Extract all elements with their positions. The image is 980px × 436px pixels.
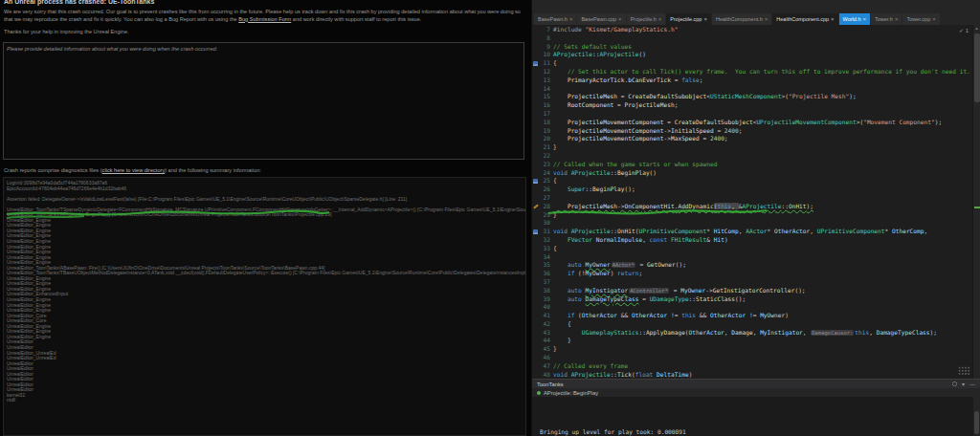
bookmark-icon[interactable]: [532, 228, 541, 236]
output-lines: Bringing up level for play took: 0.00089…: [540, 428, 970, 436]
code-text: void AProjectile::Tick(float DeltaTime): [553, 371, 692, 379]
tab-basepawn-h[interactable]: BasePawn.h×: [534, 13, 576, 25]
bookmark-icon[interactable]: [532, 59, 541, 68]
line-number: 35: [541, 261, 553, 270]
code-text: ProjectileMesh = CreateDefaultSubobject<…: [553, 93, 857, 101]
code-line: 7#include "Kismet/GameplayStatics.h": [532, 26, 980, 34]
close-icon[interactable]: ×: [569, 16, 573, 22]
resize-grip[interactable]: [958, 366, 970, 376]
close-icon[interactable]: ×: [932, 16, 936, 22]
chevron-down-icon[interactable]: ▾: [962, 381, 965, 387]
output-scrollbar[interactable]: [973, 397, 980, 436]
line-number: 31: [541, 228, 553, 236]
code-text: }: [553, 211, 557, 220]
line-number: 45: [541, 345, 553, 354]
line-number: 37: [541, 278, 553, 287]
bookmark-icon[interactable]: [532, 177, 541, 185]
code-line: 9// Sets default values: [532, 43, 980, 52]
line-number: 28: [541, 203, 553, 211]
line-number: 27: [541, 194, 553, 203]
code-text: if (!MyOwner) return;: [553, 270, 642, 278]
breakpoint-label: AProjectile::BeginPlay: [544, 390, 598, 396]
minimize-icon[interactable]: ―: [969, 382, 975, 387]
gutter-margin: [532, 337, 541, 345]
panel-header[interactable]: ToonTanks ▾ ―: [532, 380, 980, 388]
tab-projectile-cpp[interactable]: Projectile.cpp×: [666, 13, 711, 25]
gutter-margin: [532, 236, 541, 245]
tab-tower-h[interactable]: Tower.h×: [871, 13, 902, 25]
code-line: 27: [532, 194, 980, 203]
close-icon[interactable]: ×: [862, 16, 866, 22]
breakpoint-row[interactable]: AProjectile::BeginPlay: [532, 388, 980, 397]
line-number: 39: [541, 295, 553, 304]
gutter-margin: [532, 169, 541, 178]
line-number: 13: [541, 76, 553, 85]
project-name[interactable]: ToonTanks: [537, 382, 564, 387]
tab-healthcomponent-cpp[interactable]: HealthComponent.cpp×: [772, 13, 837, 25]
gutter-margin: [532, 329, 541, 338]
output-console[interactable]: Bringing up level for play took: 0.00089…: [532, 397, 980, 436]
line-number: 48: [541, 371, 553, 379]
gutter-margin: [532, 68, 541, 76]
close-icon[interactable]: ×: [658, 16, 662, 22]
code-line: 42 {: [532, 320, 980, 329]
code-scrollbar[interactable]: ▲: [972, 25, 980, 379]
gutter-margin: [532, 295, 541, 304]
gutter-margin: [532, 278, 541, 287]
scrollbar-mark: [974, 207, 980, 208]
line-number: 24: [541, 169, 553, 178]
code-text: if (OtherActor && OtherActor != this && …: [553, 312, 789, 320]
code-text: {: [553, 177, 557, 185]
tab-world-h[interactable]: World.h×: [839, 13, 870, 25]
code-line: 10AProjectile::AProjectile(): [532, 51, 980, 59]
code-line: 39 auto DamageTypeClass = UDamageType::S…: [532, 295, 980, 304]
gear-icon[interactable]: [952, 382, 957, 386]
line-number: 12: [541, 68, 553, 76]
code-line: 31void AProjectile::OnHit(UPrimitiveComp…: [532, 228, 980, 236]
tab-tower-cpp[interactable]: Tower.cpp×: [902, 13, 939, 25]
line-number: 38: [541, 287, 553, 295]
line-number: 10: [541, 51, 553, 59]
code-line: 32 FVector NormalImpulse, const FHitResu…: [532, 236, 980, 245]
scrollbar-thumb[interactable]: [974, 33, 980, 102]
codelens-indicator: ✓ 1: [959, 27, 969, 33]
code-text: auto DamageTypeClass = UDamageType::Stat…: [553, 295, 746, 304]
code-line: 23// Called when the game starts or when…: [532, 161, 980, 169]
code-text: AProjectile::AProjectile(): [553, 51, 646, 59]
code-text: ProjectileMovementComponent = CreateDefa…: [553, 119, 942, 127]
tab-basepawn-cpp[interactable]: BasePawn.cpp×: [577, 13, 625, 25]
tab-healthcomponent-h[interactable]: HealthComponent.h×: [712, 13, 771, 25]
close-icon[interactable]: ×: [831, 16, 835, 22]
line-number: 36: [541, 270, 553, 278]
tab-projectile-h[interactable]: Projectile.h×: [627, 13, 666, 25]
crash-details-input[interactable]: [3, 42, 524, 160]
close-icon[interactable]: ×: [895, 16, 899, 22]
close-icon[interactable]: ×: [703, 16, 707, 22]
close-icon[interactable]: ×: [618, 16, 622, 22]
gutter-margin: [532, 76, 541, 85]
scrollbar-thumb[interactable]: [974, 411, 979, 434]
tab-label: Tower.cpp: [906, 16, 930, 22]
code-editor[interactable]: 7#include "Kismet/GameplayStatics.h"89//…: [532, 25, 980, 379]
code-line: 15 ProjectileMesh = CreateDefaultSubobje…: [532, 93, 980, 101]
line-number: 14: [541, 85, 553, 94]
code-text: PrimaryActorTick.bCanEverTick = false;: [553, 76, 703, 85]
crash-title: An Unreal process has crashed: UE-ToonTa…: [4, 0, 154, 5]
code-text: }: [553, 337, 571, 345]
gutter-margin: [532, 127, 541, 136]
scroll-up-icon[interactable]: ▲: [973, 25, 980, 33]
line-number: 7: [541, 26, 553, 34]
view-directory-link[interactable]: click here to view directory: [102, 167, 166, 173]
gutter-margin: [532, 43, 541, 52]
crash-log[interactable]: LoginId:3098d7e94a0da5cf744a1780633a87a6…: [3, 177, 526, 436]
line-number: 23: [541, 161, 553, 169]
wrench-icon[interactable]: [532, 203, 541, 211]
close-icon[interactable]: ×: [765, 16, 768, 22]
code-text: ProjectileMovementComponent->MaxSpeed = …: [553, 135, 728, 143]
code-line: 25{: [532, 177, 980, 185]
bug-submission-form-link[interactable]: Bug Submission Form: [238, 16, 291, 22]
tab-label: BasePawn.cpp: [581, 16, 616, 22]
gutter-margin: [532, 261, 541, 270]
gutter-margin: [532, 51, 541, 59]
tab-label: Projectile.cpp: [670, 16, 702, 22]
